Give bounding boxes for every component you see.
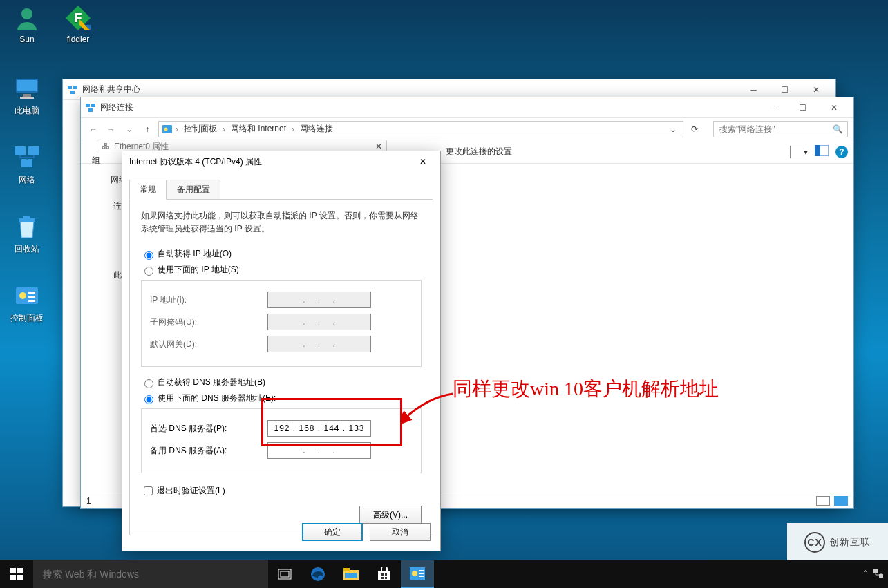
tray-network-icon[interactable] xyxy=(873,569,884,580)
desktop-icon-sun[interactable]: Sun xyxy=(3,4,51,44)
breadcrumb[interactable]: › 控制面板 › 网络和 Internet › 网络连接 ⌄ xyxy=(158,121,683,137)
desktop-icon-label: 控制面板 xyxy=(3,312,51,324)
field-alternate-dns: 备用 DNS 服务器(A): . . . xyxy=(150,442,413,459)
nav-recent-button[interactable]: ⌄ xyxy=(122,122,136,136)
tab-alternate[interactable]: 备用配置 xyxy=(167,180,220,200)
tab-panel-general: 如果网络支持此功能，则可以获取自动指派的 IP 设置。否则，你需要从网络系统管理… xyxy=(129,199,433,535)
button-label: 确定 xyxy=(324,527,341,538)
nav-back-button[interactable]: ← xyxy=(86,122,100,136)
control-panel-icon xyxy=(162,124,173,135)
desktop-icon-control-panel[interactable]: 控制面板 xyxy=(3,282,51,324)
network-center-icon xyxy=(67,84,78,95)
close-icon[interactable]: ✕ xyxy=(375,142,382,151)
svg-rect-28 xyxy=(281,571,289,577)
view-large-button[interactable] xyxy=(834,496,848,506)
taskbar-app-edge[interactable] xyxy=(301,560,334,588)
nav-up-button[interactable]: ↑ xyxy=(140,122,154,136)
checkbox-input[interactable] xyxy=(144,486,153,495)
svg-rect-7 xyxy=(15,146,26,155)
svg-rect-20 xyxy=(86,104,90,107)
checkbox-validate-on-exit[interactable]: 退出时验证设置(L) xyxy=(141,484,422,497)
field-ip-address: IP 地址(I): . . . xyxy=(150,292,413,308)
refresh-button[interactable]: ⟳ xyxy=(688,122,701,136)
search-icon[interactable]: 🔍 xyxy=(833,124,843,134)
svg-rect-19 xyxy=(70,91,75,94)
cancel-button[interactable]: 取消 xyxy=(370,523,431,541)
search-box[interactable]: 🔍 xyxy=(713,121,848,137)
view-details-button[interactable] xyxy=(816,496,830,506)
svg-rect-37 xyxy=(385,577,387,579)
taskbar-search[interactable] xyxy=(33,560,268,588)
radio-input[interactable] xyxy=(144,267,153,276)
svg-rect-5 xyxy=(23,94,31,97)
chevron-right-icon: › xyxy=(292,124,294,134)
svg-rect-32 xyxy=(345,573,357,578)
radio-input[interactable] xyxy=(144,251,153,260)
desktop-icon-label: Sun xyxy=(3,35,51,44)
start-button[interactable] xyxy=(0,560,33,588)
desktop-icon-fiddler[interactable]: F fiddler xyxy=(54,4,102,44)
breadcrumb-item[interactable]: 控制面板 xyxy=(181,123,220,135)
dialog-titlebar[interactable]: Internet 协议版本 4 (TCP/IPv4) 属性 ✕ xyxy=(122,151,440,172)
radio-ip-auto[interactable]: 自动获得 IP 地址(O) xyxy=(141,248,422,260)
radio-ip-manual[interactable]: 使用下面的 IP 地址(S): xyxy=(141,264,422,276)
field-label: 备用 DNS 服务器(A): xyxy=(150,445,267,457)
desktop-icon-recycle[interactable]: 回收站 xyxy=(3,213,51,255)
tray-chevron-up-icon[interactable]: ˄ xyxy=(863,569,867,579)
advanced-button[interactable]: 高级(V)... xyxy=(359,506,422,524)
radio-dns-auto[interactable]: 自动获得 DNS 服务器地址(B) xyxy=(141,377,422,388)
desktop-icon-network[interactable]: 网络 xyxy=(3,144,51,186)
taskbar: ˄ xyxy=(0,560,888,588)
taskbar-app-store[interactable] xyxy=(368,560,401,588)
peek-text: 连 xyxy=(113,200,122,212)
field-label: 首选 DNS 服务器(P): xyxy=(150,423,267,435)
ip-input[interactable]: . . . xyxy=(267,442,371,459)
tab-general[interactable]: 常规 xyxy=(129,180,167,200)
svg-rect-11 xyxy=(23,216,30,218)
maximize-button[interactable]: ☐ xyxy=(787,98,818,117)
toolbar-item-change-settings[interactable]: 更改此连接的设置 xyxy=(446,146,512,158)
ip-input[interactable]: 192 . 168 . 144 . 133 xyxy=(267,420,371,437)
taskbar-search-input[interactable] xyxy=(41,568,260,580)
preview-pane-button[interactable] xyxy=(815,145,829,158)
svg-point-39 xyxy=(412,571,417,576)
ip-input: . . . xyxy=(267,314,371,330)
close-button[interactable]: ✕ xyxy=(413,153,433,170)
peek-text: 此 xyxy=(113,269,122,281)
search-input[interactable] xyxy=(718,124,833,135)
svg-rect-18 xyxy=(73,86,77,89)
radio-input[interactable] xyxy=(144,395,153,404)
svg-rect-36 xyxy=(381,577,384,579)
svg-rect-26 xyxy=(815,145,820,156)
minimize-button[interactable]: ─ xyxy=(756,98,787,117)
svg-rect-17 xyxy=(68,86,72,89)
fiddler-icon: F xyxy=(64,4,92,32)
svg-rect-33 xyxy=(378,571,390,580)
desktop-icon-this-pc[interactable]: 此电脑 xyxy=(3,75,51,117)
view-options-button[interactable]: ▾ xyxy=(790,146,808,158)
task-view-button[interactable] xyxy=(268,560,301,588)
radio-dns-manual[interactable]: 使用下面的 DNS 服务器地址(E): xyxy=(141,392,422,404)
system-tray[interactable]: ˄ xyxy=(863,569,888,580)
radio-input[interactable] xyxy=(144,379,153,388)
window-title: 网络连接 xyxy=(100,102,756,113)
close-button[interactable]: ✕ xyxy=(818,98,849,117)
svg-rect-42 xyxy=(419,576,424,577)
help-button[interactable]: ? xyxy=(835,146,848,158)
breadcrumb-item[interactable]: 网络连接 xyxy=(297,123,336,135)
svg-rect-4 xyxy=(17,80,37,91)
radio-label: 使用下面的 DNS 服务器地址(E): xyxy=(158,392,276,404)
taskbar-app-control-panel[interactable] xyxy=(401,560,434,588)
address-dropdown-icon[interactable]: ⌄ xyxy=(666,124,680,134)
ok-button[interactable]: 确定 xyxy=(302,523,363,541)
dns-fields-group: 首选 DNS 服务器(P): 192 . 168 . 144 . 133 备用 … xyxy=(141,408,422,473)
field-subnet-mask: 子网掩码(U): . . . xyxy=(150,314,413,330)
peek-text: 组 xyxy=(92,155,100,167)
watermark: CX 创新互联 xyxy=(787,523,888,562)
breadcrumb-item[interactable]: 网络和 Internet xyxy=(228,123,289,135)
nav-forward-button[interactable]: → xyxy=(104,122,118,136)
taskbar-app-explorer[interactable] xyxy=(334,560,368,588)
status-item-count: 1 xyxy=(86,496,91,506)
user-icon xyxy=(13,4,41,32)
titlebar[interactable]: 网络连接 ─ ☐ ✕ xyxy=(81,97,853,118)
